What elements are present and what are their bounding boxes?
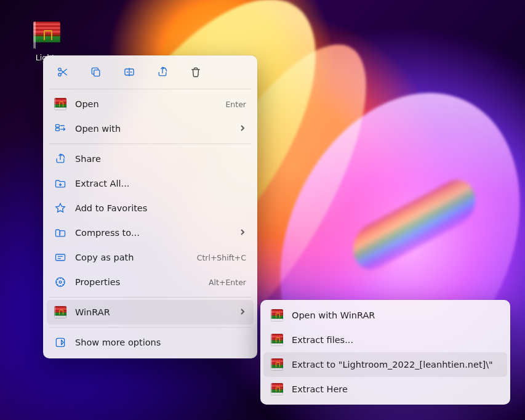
copy-path-icon <box>54 251 66 264</box>
scissors-icon <box>57 66 69 78</box>
context-menu-icon-row <box>47 59 254 86</box>
svg-rect-2 <box>94 70 100 76</box>
properties-item[interactable]: Properties Alt+Enter <box>47 270 254 294</box>
compress-label: Compress to... <box>75 228 230 238</box>
open-item[interactable]: Open Enter <box>47 92 254 116</box>
properties-accel: Alt+Enter <box>209 278 246 287</box>
share-icon <box>156 66 169 78</box>
open-label: Open <box>75 99 217 109</box>
copy-as-path-label: Copy as path <box>75 252 188 262</box>
share-button[interactable] <box>151 63 174 81</box>
svg-point-1 <box>58 73 61 76</box>
open-with-label: Open with <box>75 124 230 134</box>
svg-rect-5 <box>56 128 60 131</box>
compress-item[interactable]: Compress to... <box>47 220 254 245</box>
show-more-options-label: Show more options <box>75 337 246 347</box>
svg-point-0 <box>58 68 61 71</box>
extract-all-label: Extract All... <box>75 179 246 188</box>
extract-all-item[interactable]: Extract All... <box>47 171 254 196</box>
rename-button[interactable] <box>118 63 140 81</box>
copy-button[interactable] <box>85 63 107 81</box>
winrar-icon <box>271 334 283 346</box>
winrar-icon <box>271 309 283 321</box>
open-with-icon <box>54 123 66 135</box>
copy-as-path-accel: Ctrl+Shift+C <box>197 253 246 262</box>
winrar-icon <box>54 98 66 110</box>
copy-icon <box>90 66 102 78</box>
delete-button[interactable] <box>185 63 207 81</box>
svg-rect-6 <box>56 254 65 260</box>
more-options-icon <box>54 336 66 349</box>
open-with-item[interactable]: Open with <box>47 116 254 141</box>
properties-label: Properties <box>75 277 200 287</box>
open-with-winrar-label: Open with WinRAR <box>292 310 500 320</box>
winrar-label: WinRAR <box>75 307 230 317</box>
copy-as-path-item[interactable]: Copy as path Ctrl+Shift+C <box>47 245 254 270</box>
open-accel: Enter <box>225 100 246 109</box>
chevron-right-icon <box>239 124 246 134</box>
winrar-submenu-item[interactable]: WinRAR <box>47 300 254 325</box>
extract-here-item[interactable]: Extract Here <box>263 377 507 402</box>
winrar-icon <box>54 306 66 318</box>
trash-icon <box>190 66 202 78</box>
winrar-archive-icon <box>33 22 60 49</box>
extract-files-item[interactable]: Extract files... <box>263 328 507 352</box>
properties-icon <box>54 276 66 288</box>
winrar-submenu: Open with WinRAR Extract files... Extrac… <box>260 300 510 405</box>
svg-rect-4 <box>56 124 60 127</box>
extract-to-folder-label: Extract to "Lightroom_2022_[leanhtien.ne… <box>292 360 500 370</box>
chevron-right-icon <box>239 228 246 238</box>
share-item[interactable]: Share <box>47 147 254 171</box>
compress-icon <box>54 227 66 239</box>
winrar-icon <box>271 383 283 395</box>
context-menu: Open Enter Open with Share Extract All..… <box>43 55 257 358</box>
rename-icon <box>123 66 135 78</box>
favorites-item[interactable]: Add to Favorites <box>47 196 254 220</box>
separator <box>49 143 251 144</box>
share-out-icon <box>54 153 66 165</box>
svg-point-8 <box>59 281 62 283</box>
extract-to-folder-item[interactable]: Extract to "Lightroom_2022_[leanhtien.ne… <box>263 352 507 377</box>
chevron-right-icon <box>239 307 246 317</box>
favorites-label: Add to Favorites <box>75 203 246 213</box>
cut-button[interactable] <box>52 63 74 81</box>
extract-here-label: Extract Here <box>292 384 500 394</box>
show-more-options-item[interactable]: Show more options <box>47 330 254 355</box>
winrar-icon <box>271 358 283 371</box>
separator <box>49 297 251 297</box>
extract-files-label: Extract files... <box>292 335 500 345</box>
star-icon <box>54 202 66 214</box>
open-with-winrar-item[interactable]: Open with WinRAR <box>263 303 507 328</box>
extract-all-icon <box>54 177 66 190</box>
separator <box>49 327 251 328</box>
separator <box>49 89 251 89</box>
share-label: Share <box>75 154 246 164</box>
